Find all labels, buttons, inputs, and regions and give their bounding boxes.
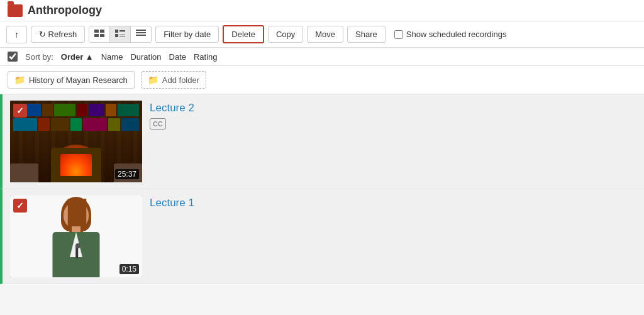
video-duration-lecture2: 25:37 — [115, 169, 139, 179]
sort-duration-link[interactable]: Duration — [130, 52, 161, 62]
sort-name-link[interactable]: Name — [101, 52, 123, 62]
sort-bar: Sort by: Order ▲ Name Duration Date Rati… — [0, 48, 644, 66]
svg-rect-4 — [115, 30, 118, 33]
up-button[interactable]: ↑ — [6, 26, 27, 43]
view-list-detail-button[interactable] — [110, 26, 131, 42]
filter-by-date-button[interactable]: Filter by date — [155, 26, 219, 43]
thumbnail-lecture2[interactable]: ✓ 25:37 — [10, 101, 142, 182]
history-of-mayan-research-folder[interactable]: 📁 History of Mayan Research — [8, 71, 135, 89]
video-item-lecture2: ✓ 25:37 Lecture 2 CC — [0, 94, 644, 189]
share-button[interactable]: Share — [347, 26, 386, 43]
refresh-button[interactable]: ↻ Refresh — [31, 26, 85, 43]
svg-rect-2 — [94, 34, 99, 37]
video-info-lecture2: Lecture 2 CC — [150, 101, 636, 130]
thumbnail-lecture1[interactable]: ✓ 0:15 — [10, 196, 142, 277]
folder-small-icon: 📁 — [14, 75, 25, 85]
sort-date-link[interactable]: Date — [169, 52, 186, 62]
page-title: Anthropology — [28, 4, 102, 17]
video-checkbox-lecture2[interactable]: ✓ — [13, 104, 27, 118]
show-scheduled-checkbox[interactable] — [394, 30, 403, 39]
svg-rect-12 — [136, 35, 146, 36]
svg-rect-6 — [119, 31, 125, 32]
view-mode-group — [89, 26, 152, 43]
sort-by-label: Sort by: — [25, 52, 53, 62]
delete-button[interactable]: Delete — [223, 25, 264, 43]
cc-badge-lecture2: CC — [150, 118, 166, 130]
show-scheduled-label[interactable]: Show scheduled recordings — [394, 30, 507, 39]
folder-area: 📁 History of Mayan Research 📁 Add folder — [0, 66, 644, 94]
toolbar: ↑ ↻ Refresh — [0, 21, 644, 48]
svg-rect-7 — [115, 34, 118, 37]
add-folder-button[interactable]: 📁 Add folder — [141, 71, 206, 89]
video-item-lecture1: ✓ 0:15 Lecture 1 — [0, 189, 644, 284]
svg-rect-5 — [119, 30, 125, 31]
copy-button[interactable]: Copy — [268, 26, 303, 43]
svg-rect-10 — [136, 30, 146, 31]
video-checkbox-lecture1[interactable]: ✓ — [13, 199, 27, 213]
select-all-checkbox[interactable] — [8, 52, 18, 62]
sort-rating-link[interactable]: Rating — [194, 52, 218, 62]
folder-icon — [8, 4, 23, 17]
sort-order-link[interactable]: Order ▲ — [61, 52, 94, 62]
svg-rect-11 — [136, 32, 146, 33]
content-list: ✓ 25:37 Lecture 2 CC — [0, 94, 644, 284]
header: Anthropology — [0, 0, 644, 21]
view-list-compact-button[interactable] — [131, 26, 151, 42]
video-info-lecture1: Lecture 1 — [150, 196, 636, 209]
svg-rect-9 — [119, 36, 125, 36]
add-folder-icon: 📁 — [148, 75, 158, 85]
video-title-lecture2[interactable]: Lecture 2 — [150, 102, 636, 114]
view-grid-button[interactable] — [89, 26, 110, 42]
move-button[interactable]: Move — [307, 26, 343, 43]
video-title-lecture1[interactable]: Lecture 1 — [150, 197, 636, 209]
svg-rect-0 — [94, 30, 99, 33]
svg-rect-8 — [119, 35, 125, 35]
video-duration-lecture1: 0:15 — [119, 264, 139, 274]
svg-rect-1 — [100, 30, 104, 33]
svg-rect-3 — [100, 34, 104, 37]
